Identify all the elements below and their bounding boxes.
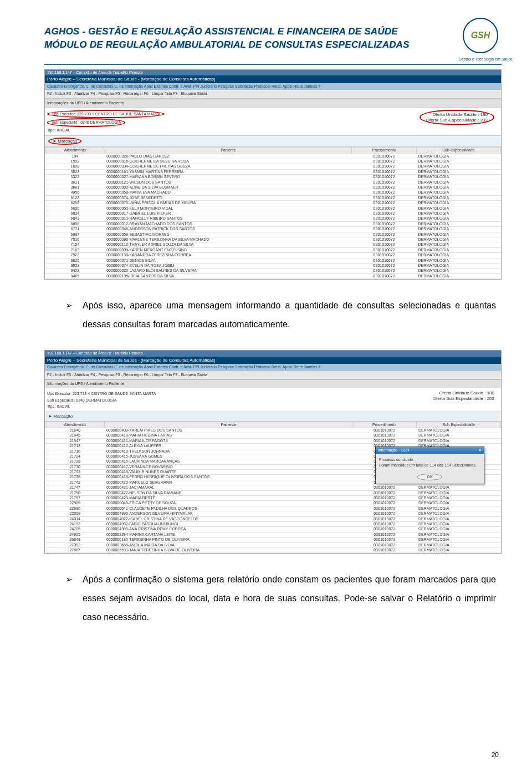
ss1-titlebar: Porto Alegre – Secretaria Municipal de S… xyxy=(45,75,501,83)
ss1-oferta2: Oferta Sub-Especialidade : 203 xyxy=(426,118,488,123)
ss2-info-label: Informações da UPS / Atendimento Pacient… xyxy=(45,379,501,388)
header-title: AGHOS - GESTÃO E REGULAÇÃO ASSISTENCIAL … xyxy=(44,26,453,37)
table-row: 230090000004990-ANDERSON SILVEIRA HINYMA… xyxy=(45,511,501,516)
table-row: 1940000000326-PABLO DIAS GARCEZ030101007… xyxy=(45,154,501,159)
logo-tagline: Gestão e Tecnologia em Saúde xyxy=(458,57,513,61)
ok-button[interactable]: OK xyxy=(417,474,442,480)
screenshot-marcacao-2: 192.168.1.147 – Conexão de Área de Traba… xyxy=(44,350,502,554)
table-row: 247050000004989-ANA CRISTINA REMY CORREA… xyxy=(45,527,501,532)
table-row: 62580000000075-VANIA PRISCILA FARIAS DE … xyxy=(45,201,501,206)
ss1-marcacao: ➤ Marcação xyxy=(48,138,81,145)
table-row: 15520000000016-GUILHERME DA SILVEIRA ROS… xyxy=(45,159,501,164)
ss1-info-label: Informações da UPS / Atendimento Pacient… xyxy=(45,99,501,108)
table-row: 68340000000017-GABRIEL LUIS KIEFER030101… xyxy=(45,211,501,216)
page-header: AGHOS - GESTÃO E REGULAÇÃO ASSISTENCIAL … xyxy=(44,17,502,60)
ss2-sub-esp: Sub Especialid.: 0240 DERMATOLOGIA xyxy=(47,397,156,403)
table-row: 275670000005593-TANIA TEREZINHA SILVA DE… xyxy=(45,547,501,552)
body-paragraph-1: ➢ Após isso, aparece uma mensagem inform… xyxy=(50,296,496,333)
ss1-info-left: Ups Executor: 223 733 9 CENTRO DE SAUDE … xyxy=(47,110,165,133)
ss1-ups-exec: Ups Executor: 223 733 9 CENTRO DE SAUDE … xyxy=(47,110,165,118)
gsh-logo: GSH Gestão e Tecnologia em Saúde xyxy=(458,17,502,60)
ss2-ups-exec: Ups Executor: 223 733 4 CENTRO DE SAUDE … xyxy=(47,390,156,397)
table-row: 68560000000012-BRAYAN MACHADO DOS SANTOS… xyxy=(45,221,501,226)
header-text: AGHOS - GESTÃO E REGULAÇÃO ASSISTENCIAL … xyxy=(44,26,453,50)
table-row: 241920000004992-FABIO PASQUALINI BUNGI03… xyxy=(45,522,501,527)
ss1-window: 192.168.1.147 – Conexão de Área de Traba… xyxy=(45,70,501,75)
ss2-oferta2: Oferta Sub-Especialidade : 203 xyxy=(433,396,494,402)
dialog-line1: Processo concluído. xyxy=(379,457,480,463)
ss2-menubar: Cadastro Emergência C. de Consultas C. d… xyxy=(45,364,501,371)
bullet-icon: ➢ xyxy=(50,296,83,333)
body-paragraph-2: ➢ Após a confirmação o sistema gera rela… xyxy=(50,570,496,626)
table-row: 68430000000011-RAFAELLY RIBEIRO SANTOS03… xyxy=(45,216,501,221)
ss2-window: 192.168.1.147 – Conexão de Área de Traba… xyxy=(45,351,501,356)
table-row: 75220000000138-KANANDRA TEREZINHA CORREA… xyxy=(45,253,501,258)
col-header: Atendimento xyxy=(45,422,105,428)
page-number: 20 xyxy=(492,751,499,759)
ss2-info-right: Oferta Unidade Saúde : 180 Oferta Sub-Es… xyxy=(433,390,499,409)
dialog-line2: Foram marcados um total de 114 das 114 S… xyxy=(379,463,480,468)
ss1-info-right: Oferta Unidade Saúde : 180 Oferta Sub-Es… xyxy=(420,110,499,133)
col-header: Procedimento xyxy=(352,422,417,428)
screenshot-marcacao-1: 192.168.1.147 – Conexão de Área de Traba… xyxy=(44,69,502,280)
col-header: Sub-Especialidade xyxy=(416,148,500,154)
ss1-table: AtendimentoPacienteProcedimentoSub-Espec… xyxy=(45,147,501,279)
table-row: 70160000000090-MARLENE TEREZINHA DA SILV… xyxy=(45,237,501,242)
table-row: 71540000000112-THAYLER ADRIEL SOUZA DA S… xyxy=(45,242,501,247)
ss1-sub-esp: Sub Especialid.: 0240 DERMATOLOGIA xyxy=(47,118,125,126)
ss1-menubar: Cadastro Emergência C. de Consultas C. d… xyxy=(45,83,501,90)
table-row: 84230000000035-LAZARO ELOI SALINES DA SI… xyxy=(45,268,501,273)
info-dialog: Informação - GSH ✕ Processo concluído. F… xyxy=(375,447,484,484)
para1-text: Após isso, aparece uma mensagem informan… xyxy=(83,296,496,333)
col-header: Paciente xyxy=(105,422,352,428)
table-row: 61220000000074-JOSE BENEDETTI0301010072D… xyxy=(45,195,501,200)
ss1-info: Ups Executor: 223 733 9 CENTRO DE SAUDE … xyxy=(45,108,501,135)
table-row: 33220000000027-MARIANA BORBIN SEVERO0301… xyxy=(45,175,501,180)
header-subtitle: MÓDULO DE REGULAÇÃO AMBULATORIAL DE CONS… xyxy=(44,39,453,50)
table-row: 18980000000034-GUILHERME DE FREITAS SOUZ… xyxy=(45,164,501,169)
table-row: 216470000000411-MARIA ILCE PAGOTS0301010… xyxy=(45,438,501,443)
ss2-tipo: Tipo: INICIAL xyxy=(47,403,156,409)
table-row: 249250000002294-MARINA CARTANA LEITE0301… xyxy=(45,532,501,537)
table-row: 36110000000121-WILSON DOS SANTOS03010100… xyxy=(45,180,501,185)
ss2-table: AtendimentoPacienteProcedimentoSub-Espec… xyxy=(45,422,501,554)
para2-text: Após a confirmação o sistema gera relató… xyxy=(83,570,496,626)
table-row: 217500000000422-NELSON DA SILVA DAMIANE0… xyxy=(45,490,501,495)
ss2-info: Ups Executor: 223 733 4 CENTRO DE SAUDE … xyxy=(45,388,501,412)
dialog-titlebar: Informação - GSH ✕ xyxy=(376,447,484,454)
ss1-oferta1: Oferta Unidade Saúde : 180 xyxy=(426,112,488,118)
dialog-body: Processo concluído. Foram marcados um to… xyxy=(376,454,484,471)
table-row: 229860000000041-CLAUDETE PADILHA DOS QUA… xyxy=(45,506,501,511)
logo-circle: GSH xyxy=(463,18,498,53)
ss2-oferta1: Oferta Unidade Saúde : 180 xyxy=(433,390,494,396)
col-header: Atendimento xyxy=(45,148,105,154)
table-row: 67710000000045-ANDERSON PATRICK DOS SANT… xyxy=(45,227,501,232)
header-divider xyxy=(44,64,502,65)
ss1-tipo: Tipo: INICIAL xyxy=(47,127,165,133)
table-row: 240140000004022-ISABEL CRISTINA DE VASCO… xyxy=(45,516,501,521)
table-row: 66000000000053-KELII MONTEIRO VIDAL03010… xyxy=(45,206,501,211)
table-row: 80250000000071-DENICE SILVA0301010072DER… xyxy=(45,258,501,263)
table-row: 80330000000074-EVELIN DA ROSA JOBIM03010… xyxy=(45,263,501,268)
table-row: 217470000000421-JACI AMARAL0301010072DER… xyxy=(45,485,501,490)
ss2-toolbar: F2 - Incluir F3 - Atualizar F4 - Pesquis… xyxy=(45,371,501,379)
table-row: 268480000000186-TERESINHA PINTO DE OLIVE… xyxy=(45,537,501,542)
col-header: Procedimento xyxy=(352,148,417,154)
table-row: 84650000000195-IDEIA SANTOS DA SILVA0301… xyxy=(45,273,501,278)
table-row: 216450000000410-MARIA REGINA FARIAS03010… xyxy=(45,433,501,438)
ss2-info-left: Ups Executor: 223 733 4 CENTRO DE SAUDE … xyxy=(47,390,156,409)
table-row: 49560000000058-MARIA EVA MACHADO03010100… xyxy=(45,190,501,195)
table-row: 69870000000059-SEBASTIAO MORAES030101007… xyxy=(45,232,501,237)
col-header: Paciente xyxy=(105,148,352,154)
table-row: 217570000000423-MARIA BERTE0301010072DER… xyxy=(45,496,501,501)
col-header: Sub-Especialidade xyxy=(417,422,501,428)
ss2-marcacao: ➤ Marcação xyxy=(45,412,501,422)
table-row: 229890000000040-ÉRICA PETRY DE SOUZA0301… xyxy=(45,501,501,506)
ss2-titlebar: Porto Alegre – Secretaria Municipal de S… xyxy=(45,357,501,364)
close-icon[interactable]: ✕ xyxy=(478,448,482,453)
table-row: 273020000003665-ANCILA INACIA DA SILVA03… xyxy=(45,542,501,547)
dialog-title-text: Informação - GSH xyxy=(378,448,409,453)
table-row: 30220000000161-YASMIM MARTINS FERREIRA03… xyxy=(45,169,501,174)
table-row: 71630000000009-KAREN MERGANT ENGELSING03… xyxy=(45,247,501,252)
ss1-toolbar: F2 - Incluir F3 - Atualizar F4 - Pesquis… xyxy=(45,90,501,98)
